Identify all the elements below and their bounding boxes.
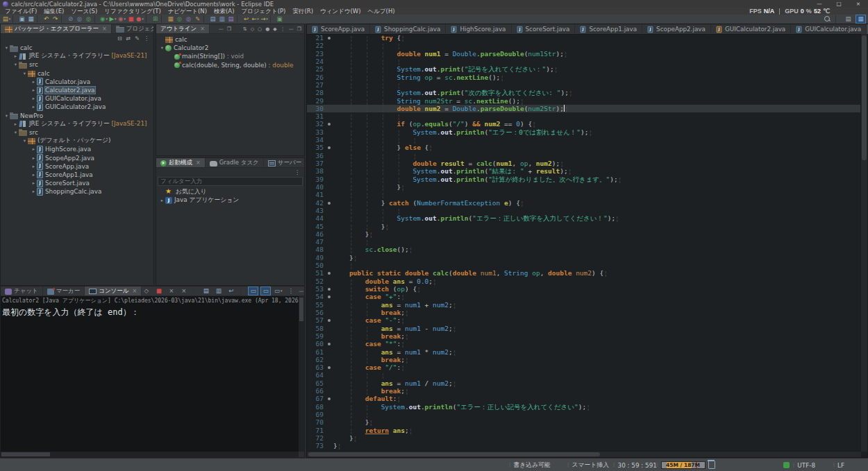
tree-item[interactable]: ▸ScoreApp.java [1, 162, 153, 171]
tree-item[interactable]: ▸ScoreApp1.java [1, 171, 153, 179]
terminate-icon[interactable]: ■ [126, 15, 135, 23]
close-icon[interactable]: × [196, 160, 201, 166]
tree-item[interactable]: ▸HighScore.java [1, 145, 153, 153]
expand-arrow-icon[interactable]: ▸ [12, 121, 19, 127]
menu-help[interactable]: ヘルプ(H) [365, 8, 399, 15]
line-number[interactable]: 51 [307, 269, 326, 277]
code-line[interactable]: 65 ¦ ¦ ans = num1 / num2;¦ [307, 379, 861, 387]
line-number[interactable]: 68 [307, 403, 326, 411]
code-line[interactable]: 68 ¦ ¦ System.out.println("エラー：正しい記号を入れて… [307, 403, 861, 411]
code-line[interactable]: 32 ¦ ¦ ¦ if (op.equals("/") && num2 == 0… [307, 120, 861, 128]
line-number[interactable]: 40 [307, 183, 326, 191]
code-line[interactable]: 43 ¦ ¦ ¦ ¦ [307, 207, 861, 214]
line-number[interactable]: 39 [307, 175, 326, 183]
line-number[interactable]: 41 [307, 191, 326, 198]
back-icon[interactable]: ←▾ [251, 15, 260, 23]
line-number[interactable]: 50 [307, 262, 326, 269]
expand-arrow-icon[interactable]: ▸ [31, 172, 37, 178]
line-number[interactable]: 55 [307, 301, 326, 309]
code-editor[interactable]: 21 ¦ ¦ try {¦22 ¦ ¦ ¦ ¦23 ¦ ¦ ¦ double n… [307, 34, 861, 452]
view-menu-icon[interactable]: ⋮ [286, 287, 295, 295]
editor-tab[interactable]: ScoreSort.java [512, 24, 576, 34]
code-line[interactable]: 25 ¦ ¦ ¦ System.out.print("記号を入れてください：")… [307, 65, 861, 73]
line-number[interactable]: 56 [307, 309, 326, 316]
remove-launch-icon[interactable]: × [167, 287, 176, 295]
code-line[interactable]: 59 ¦ ¦ break;¦ [307, 332, 861, 340]
tab-project-explorer[interactable]: プロジェクト・エクスプローラー [112, 24, 154, 33]
explorer-tool-icon[interactable]: ⊟ [117, 35, 122, 42]
close-icon[interactable]: × [200, 26, 205, 32]
new-interface-icon[interactable]: ◎ [184, 15, 193, 23]
menu-navigate[interactable]: ナビゲート(N) [165, 8, 210, 15]
line-number[interactable]: 70 [307, 418, 326, 426]
maximize-view-icon[interactable]: ❒ [227, 26, 231, 32]
tab-servers[interactable]: サーバー [264, 158, 305, 167]
tree-item[interactable]: ▾(デフォルト・パッケージ) [1, 137, 153, 145]
editor-vscrollbar[interactable] [860, 34, 867, 452]
expand-arrow-icon[interactable]: ▾ [12, 62, 19, 67]
line-number[interactable]: 61 [307, 348, 326, 356]
line-number[interactable]: 35 [307, 144, 326, 151]
code-line[interactable]: 48 ¦ sc.close();¦ [307, 246, 861, 253]
minimize-view-icon[interactable]: — [219, 26, 224, 32]
line-number[interactable]: 62 [307, 356, 326, 363]
undo-icon[interactable]: ↶ [42, 15, 51, 23]
line-number[interactable]: 65 [307, 379, 326, 387]
outline-tool-icon[interactable]: ⋮ [281, 26, 285, 32]
code-line[interactable]: 36 ¦ ¦ ¦ ¦ ¦ [307, 152, 861, 160]
code-line[interactable]: 73}¦ [307, 442, 861, 449]
tree-item[interactable]: ▸ScoreSort.java [1, 179, 153, 187]
tree-item[interactable]: ▸Calculator2.java [1, 86, 153, 94]
code-line[interactable]: 28 ¦ ¦ ¦ System.out.print("次の数字を入れてください:… [307, 89, 861, 96]
line-number[interactable]: 31 [307, 112, 326, 120]
profile-icon[interactable]: ◉▾ [117, 15, 126, 23]
open-console-icon[interactable]: ▭▾ [274, 287, 283, 295]
clear-console-icon[interactable]: ▤ [201, 287, 210, 295]
tab-package-explorer[interactable]: パッケージ・エクスプローラー× [1, 24, 112, 33]
close-button[interactable]: × [849, 0, 868, 8]
open-console-icon[interactable]: ◎ [75, 15, 84, 23]
search-icon[interactable] [824, 16, 831, 22]
line-number[interactable]: 29 [307, 97, 326, 105]
tree-item[interactable]: ▾calc [1, 44, 153, 52]
line-number[interactable]: 34 [307, 136, 326, 144]
line-number[interactable]: 42 [307, 199, 326, 207]
menu-refactoring[interactable]: リファクタリング(T) [101, 8, 164, 15]
debug-icon[interactable]: ◉▾ [99, 15, 108, 23]
expand-arrow-icon[interactable]: ▾ [22, 71, 28, 76]
line-number[interactable]: 72 [307, 434, 326, 442]
scroll-lock-icon[interactable]: ▥ [214, 287, 223, 295]
outline-tool-icon[interactable]: ⇅ [243, 26, 247, 32]
tree-item[interactable]: ▸GUICalculator2.java [1, 103, 153, 111]
expand-arrow-icon[interactable]: ▾ [3, 113, 10, 119]
line-number[interactable]: 24 [307, 58, 326, 65]
menu-source[interactable]: ソース(S) [67, 8, 101, 15]
tree-item[interactable]: ▾src [1, 128, 153, 137]
close-icon[interactable]: × [102, 26, 107, 32]
new-class-icon[interactable]: ◎ [175, 15, 184, 23]
minimize-view-icon[interactable]: — [299, 289, 303, 294]
expand-arrow-icon[interactable]: ▸ [31, 96, 37, 101]
new-package-icon[interactable]: ▦ [166, 15, 175, 23]
code-line[interactable]: 47 ¦ ¦ [307, 238, 861, 246]
pin-console-icon[interactable]: ◇ [142, 287, 151, 295]
open-perspective-icon[interactable]: ▤ [844, 15, 853, 23]
tab-outline[interactable]: アウトライン× [156, 24, 210, 33]
line-number[interactable]: 32 [307, 120, 326, 128]
close-icon[interactable]: × [133, 288, 137, 294]
line-number[interactable]: 45 [307, 223, 326, 230]
code-line[interactable]: 67 ¦ default:¦ [307, 395, 861, 402]
editor-tab[interactable]: ScopeApp2.java [642, 24, 711, 34]
editor-tab[interactable]: ScoreApp.java [307, 24, 370, 34]
code-line[interactable]: 63 ¦ case "/":¦ [307, 363, 861, 371]
editor-tab[interactable]: HighScore.java [446, 24, 511, 34]
run-history-icon[interactable]: ●▾ [135, 15, 144, 23]
line-number[interactable]: 22 [307, 42, 326, 49]
view-menu-icon[interactable]: ⋮ [294, 169, 300, 175]
editor-tab[interactable]: GUICalculator2.java [711, 24, 791, 34]
open-resource-icon[interactable]: ▤ [226, 15, 235, 23]
code-line[interactable]: 46 ¦ }¦ [307, 230, 861, 238]
console-hscrollbar[interactable] [1, 452, 299, 457]
expand-arrow-icon[interactable]: ▸ [31, 180, 37, 186]
expand-arrow-icon[interactable]: ▾ [12, 130, 19, 135]
